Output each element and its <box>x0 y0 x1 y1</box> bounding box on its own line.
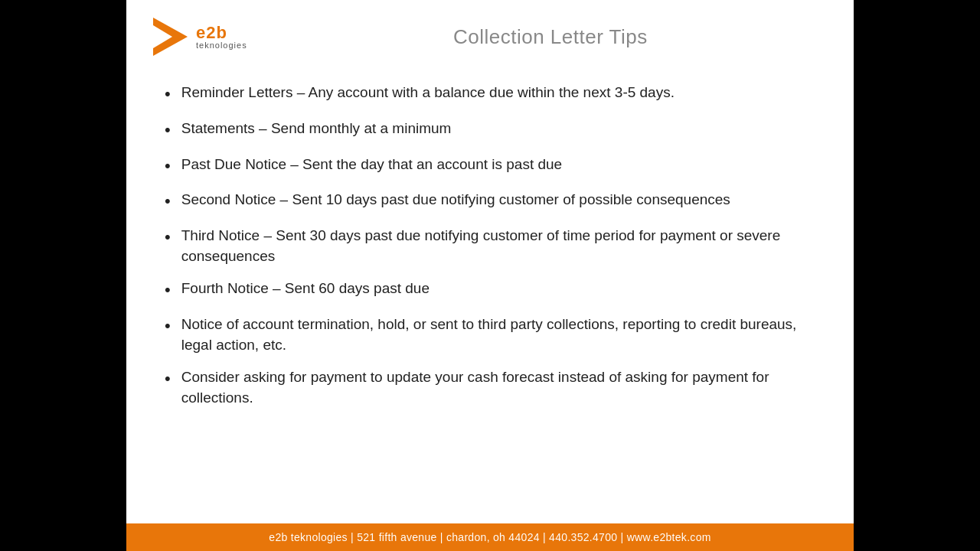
slide-header: e2b teknologies Collection Letter Tips <box>126 0 854 67</box>
list-item-text: Second Notice – Sent 10 days past due no… <box>181 190 730 210</box>
list-item: Third Notice – Sent 30 days past due not… <box>165 226 815 266</box>
footer-text: e2b teknologies | 521 fifth avenue | cha… <box>269 531 710 543</box>
list-item-text: Fourth Notice – Sent 60 days past due <box>181 279 430 299</box>
logo-teknologies-text: teknologies <box>196 41 247 50</box>
logo-text: e2b teknologies <box>196 24 247 50</box>
list-item-text: Consider asking for payment to update yo… <box>181 367 815 408</box>
slide-footer: e2b teknologies | 521 fifth avenue | cha… <box>126 523 854 551</box>
list-item: Reminder Letters – Any account with a ba… <box>165 83 815 106</box>
list-item: Notice of account termination, hold, or … <box>165 315 815 355</box>
logo-e2b-text: e2b <box>196 24 247 41</box>
list-item-text: Notice of account termination, hold, or … <box>181 315 815 355</box>
slide: e2b teknologies Collection Letter Tips R… <box>126 0 854 551</box>
list-item-text: Past Due Notice – Sent the day that an a… <box>181 155 562 175</box>
logo: e2b teknologies <box>149 14 247 60</box>
list-item: Statements – Send monthly at a minimum <box>165 119 815 142</box>
bullet-list: Reminder Letters – Any account with a ba… <box>165 83 815 421</box>
list-item: Fourth Notice – Sent 60 days past due <box>165 279 815 302</box>
list-item: Second Notice – Sent 10 days past due no… <box>165 190 815 214</box>
list-item: Past Due Notice – Sent the day that an a… <box>165 155 815 178</box>
slide-title: Collection Letter Tips <box>270 25 831 49</box>
list-item-text: Reminder Letters – Any account with a ba… <box>181 83 675 103</box>
list-item-text: Statements – Send monthly at a minimum <box>181 119 452 139</box>
list-item-text: Third Notice – Sent 30 days past due not… <box>181 226 815 266</box>
slide-content: Reminder Letters – Any account with a ba… <box>126 67 854 523</box>
list-item: Consider asking for payment to update yo… <box>165 367 815 408</box>
logo-icon <box>149 14 191 60</box>
